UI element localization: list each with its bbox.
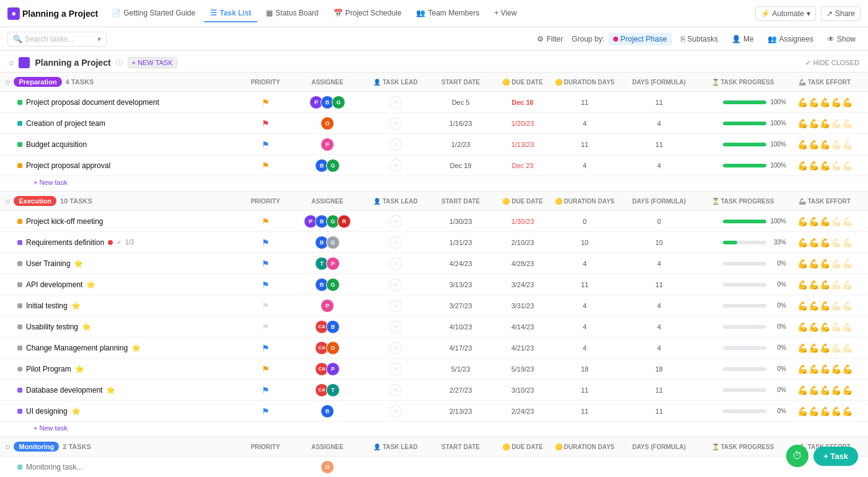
lead-placeholder-icon: ○ bbox=[389, 117, 402, 130]
task-assignees[interactable]: P B G R bbox=[290, 215, 365, 228]
task-name[interactable]: Creation of project team bbox=[26, 119, 105, 128]
task-priority[interactable]: ⚑ bbox=[241, 259, 290, 269]
tab-status-board[interactable]: ▦ Status Board bbox=[260, 5, 324, 22]
automate-button[interactable]: ⚡ Automate ▾ bbox=[755, 6, 816, 21]
task-priority[interactable]: ⚑ bbox=[241, 385, 290, 395]
task-assignees[interactable]: P bbox=[290, 138, 365, 151]
task-priority[interactable]: ⚑ bbox=[241, 364, 290, 374]
task-lead[interactable]: ○ bbox=[365, 384, 427, 396]
task-priority[interactable]: ⚑ bbox=[241, 216, 290, 226]
priority-flag-icon: ⚑ bbox=[262, 238, 270, 247]
preparation-collapse-button[interactable]: ○ bbox=[5, 77, 10, 87]
team-members-icon: 👥 bbox=[416, 9, 425, 17]
task-priority[interactable]: ⚑ bbox=[241, 280, 290, 290]
new-task-header-button[interactable]: + NEW TASK bbox=[128, 57, 177, 68]
priority-flag-icon: ⚑ bbox=[262, 216, 270, 226]
task-name[interactable]: Monitoring task... bbox=[26, 463, 82, 471]
avatar: G bbox=[326, 278, 340, 292]
project-collapse-button[interactable]: ○ bbox=[9, 58, 14, 68]
task-assignees[interactable]: CA T bbox=[290, 383, 365, 397]
tab-team-members[interactable]: 👥 Team Members bbox=[410, 5, 485, 22]
subtask-count: 1/3 bbox=[125, 239, 134, 246]
task-name[interactable]: Initial testing bbox=[26, 301, 68, 310]
preparation-new-task-button[interactable]: + New task bbox=[0, 176, 868, 189]
search-box[interactable]: 🔍 Search tasks... ▾ bbox=[7, 32, 107, 47]
duration-days: 18 bbox=[551, 365, 619, 373]
task-assignees[interactable]: O bbox=[290, 117, 365, 130]
task-priority[interactable]: ⚑ bbox=[241, 238, 290, 247]
task-assignees[interactable]: O bbox=[290, 460, 365, 474]
assignees-button[interactable]: 👥 Assignees bbox=[763, 33, 818, 45]
task-assignees[interactable]: CA O bbox=[290, 341, 365, 355]
task-lead[interactable]: ○ bbox=[365, 96, 427, 109]
project-title: Planning a Project bbox=[22, 9, 98, 19]
duration-days: 4 bbox=[551, 260, 619, 267]
task-name[interactable]: Project proposal approval bbox=[26, 161, 110, 170]
execution-count: 10 TASKS bbox=[60, 197, 92, 205]
task-priority[interactable]: ⚑ bbox=[241, 301, 290, 311]
tab-project-schedule[interactable]: 📅 Project Schedule bbox=[327, 5, 408, 22]
task-lead[interactable]: ○ bbox=[365, 342, 427, 354]
me-button[interactable]: 👤 Me bbox=[727, 33, 759, 45]
table-row: Database development ⭐ ⚑ CA T ○ 2/27/23 … bbox=[0, 380, 868, 401]
priority-flag-icon: ⚑ bbox=[262, 406, 270, 416]
task-name[interactable]: Requirements definition bbox=[26, 238, 104, 247]
task-assignees[interactable]: CA B bbox=[290, 320, 365, 334]
task-effort: 💪💪💪💪💪 bbox=[786, 385, 863, 395]
task-name[interactable]: Usability testing bbox=[26, 323, 78, 331]
task-priority[interactable]: ⚑ bbox=[241, 161, 290, 171]
table-row: Budget acquisition ⚑ P ○ 1/2/23 1/13/23 … bbox=[0, 134, 868, 155]
task-name[interactable]: Database development bbox=[26, 386, 102, 395]
task-assignees[interactable]: B G bbox=[290, 159, 365, 172]
task-assignees[interactable]: B bbox=[290, 404, 365, 418]
group-by-button[interactable]: Project Phase bbox=[608, 33, 672, 45]
task-assignees[interactable]: P B G bbox=[290, 96, 365, 109]
task-priority[interactable]: ⚑ bbox=[241, 406, 290, 416]
task-priority[interactable]: ⚑ bbox=[241, 118, 290, 128]
task-lead[interactable]: ○ bbox=[365, 257, 427, 270]
monitoring-collapse-button[interactable]: ○ bbox=[5, 442, 10, 452]
project-schedule-icon: 📅 bbox=[334, 9, 343, 17]
task-name[interactable]: Pilot Program bbox=[26, 365, 71, 373]
task-name[interactable]: Budget acquisition bbox=[26, 140, 87, 149]
task-lead[interactable]: ○ bbox=[365, 300, 427, 312]
search-dropdown-icon: ▾ bbox=[97, 35, 101, 43]
tab-add-view[interactable]: + View bbox=[488, 5, 523, 22]
add-task-fab-button[interactable]: + Task bbox=[813, 447, 858, 466]
task-name[interactable]: Project kick-off meeting bbox=[26, 217, 104, 226]
task-lead[interactable]: ○ bbox=[365, 405, 427, 417]
task-lead[interactable]: ○ bbox=[365, 321, 427, 333]
task-lead[interactable]: ○ bbox=[365, 117, 427, 130]
task-lead[interactable]: ○ bbox=[365, 138, 427, 151]
avatar: B bbox=[321, 404, 334, 418]
task-name[interactable]: User Training bbox=[26, 259, 70, 268]
task-lead[interactable]: ○ bbox=[365, 159, 427, 172]
task-assignees[interactable]: P bbox=[290, 299, 365, 313]
task-name[interactable]: API development bbox=[26, 280, 82, 289]
hide-closed-button[interactable]: ✓ HIDE CLOSED bbox=[805, 59, 859, 67]
tab-getting-started[interactable]: 📄 Getting Started Guide bbox=[105, 5, 202, 22]
task-assignees[interactable]: B G bbox=[290, 278, 365, 292]
task-assignees[interactable]: CA P bbox=[290, 362, 365, 376]
task-name[interactable]: Project proposal document development bbox=[26, 98, 159, 107]
task-priority[interactable]: ⚑ bbox=[241, 140, 290, 149]
task-name[interactable]: UI designing bbox=[26, 407, 68, 416]
show-button[interactable]: 👁 Show bbox=[822, 33, 861, 45]
task-name[interactable]: Change Management planning bbox=[26, 344, 128, 352]
task-lead[interactable]: ○ bbox=[365, 363, 427, 375]
task-assignees[interactable]: B G bbox=[290, 236, 365, 249]
subtasks-button[interactable]: ⎘ Subtasks bbox=[676, 33, 723, 45]
share-button[interactable]: ↗ Share bbox=[821, 6, 861, 21]
timer-fab-button[interactable]: ⏱ bbox=[786, 445, 808, 467]
task-lead[interactable]: ○ bbox=[365, 236, 427, 249]
execution-collapse-button[interactable]: ○ bbox=[5, 196, 10, 206]
filter-button[interactable]: ⚙ Filter bbox=[532, 33, 568, 45]
execution-new-task-button[interactable]: + New task bbox=[0, 422, 868, 434]
task-priority[interactable]: ⚑ bbox=[241, 322, 290, 332]
task-lead[interactable]: ○ bbox=[365, 215, 427, 228]
task-assignees[interactable]: T P bbox=[290, 257, 365, 270]
task-lead[interactable]: ○ bbox=[365, 279, 427, 291]
tab-task-list[interactable]: ☰ Task List bbox=[204, 5, 257, 22]
task-priority[interactable]: ⚑ bbox=[241, 343, 290, 353]
task-priority[interactable]: ⚑ bbox=[241, 97, 290, 107]
